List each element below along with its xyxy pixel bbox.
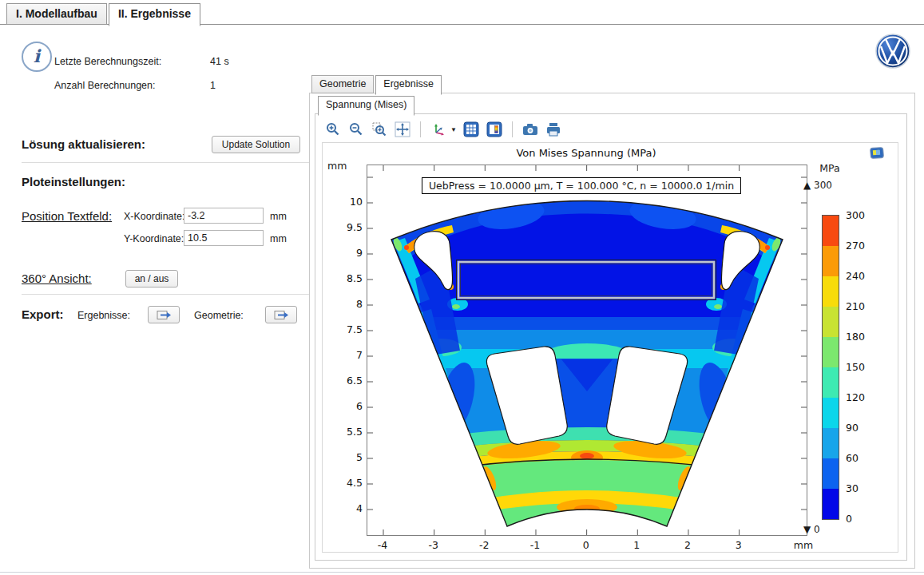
colorbar-segment: [823, 458, 839, 489]
fem-stress-plot: [367, 165, 807, 535]
x-coordinate-field[interactable]: [184, 208, 264, 224]
y-tick-label: 5.5: [331, 426, 363, 438]
export-icon: [274, 310, 289, 320]
colorbar-tick-label: 270: [846, 240, 865, 252]
magnet-region: [457, 260, 716, 300]
text-position-label: Position Textfeld:: [22, 209, 112, 223]
print-icon[interactable]: [545, 121, 562, 138]
x-tick-label: -1: [519, 539, 551, 551]
y-tick-label: 6: [331, 400, 363, 412]
default-view-dropdown-caret[interactable]: ▼: [450, 126, 457, 133]
zoom-in-icon[interactable]: [324, 121, 342, 138]
plot-canvas[interactable]: [367, 165, 807, 536]
window-bottom-edge: [0, 572, 924, 573]
colorbar-tick-label: 120: [846, 391, 865, 403]
y-tick-label: 4: [331, 502, 363, 514]
y-unit-label: mm: [270, 233, 287, 244]
colorbar-tick-label: 0: [846, 513, 852, 525]
x-tick-label: 1: [621, 539, 652, 551]
separator: [22, 294, 311, 295]
colorbar-tick-label: 150: [846, 361, 865, 373]
default-view-icon[interactable]: [430, 121, 447, 138]
colorbar-tick-label: 90: [846, 422, 859, 434]
x-tick-label: 0: [570, 539, 602, 551]
y-coordinate-label: Y-Koordinate:: [124, 233, 184, 244]
view-360-toggle-button[interactable]: an / aus: [125, 270, 178, 288]
y-tick-label: 6.5: [331, 375, 363, 387]
x-tick-label: -3: [418, 539, 450, 551]
y-tick-label: 8: [331, 298, 363, 310]
export-geometry-label: Geometrie:: [194, 310, 244, 321]
colorbar-segment: [823, 276, 839, 307]
y-tick-label: 9: [331, 247, 363, 259]
view-360-label: 360° Ansicht:: [22, 272, 92, 285]
grid-toggle-icon[interactable]: [462, 121, 480, 138]
export-geometry-button[interactable]: [265, 306, 297, 323]
vw-logo: [875, 34, 910, 72]
x-tick-label: 2: [672, 539, 704, 551]
y-tick-label: 9.5: [331, 221, 363, 233]
x-tick-label: -2: [468, 539, 500, 551]
graphics-tab-bar: GeometrieErgebnisse: [311, 75, 443, 95]
graphics-window[interactable]: Von Mises Spannung (MPa) mm mm: [322, 142, 898, 553]
tab-geometrie[interactable]: Geometrie: [311, 75, 374, 93]
tab-ergebnisse-view[interactable]: Ergebnisse: [375, 75, 442, 95]
colorbar-segment: [823, 307, 839, 337]
main-tab-bar: I. ModellaufbauII. Ergebnisse: [6, 3, 202, 25]
export-icon: [157, 310, 172, 320]
colorbar-segment: [823, 398, 839, 428]
x-axis-unit: mm: [787, 539, 819, 551]
plot-refresh-icon[interactable]: [869, 146, 885, 163]
y-axis-unit: mm: [327, 160, 347, 172]
y-tick-label: 7: [331, 349, 363, 361]
export-heading: Export:: [22, 307, 64, 321]
colorbar-unit: MPa: [811, 162, 848, 174]
colorbar-tick-label: 180: [846, 331, 865, 343]
last-computation-value: 41 s: [210, 56, 229, 67]
colorbar-tick-label: 240: [846, 270, 865, 282]
color-legend-toggle-icon[interactable]: [486, 121, 503, 138]
y-tick-label: 8.5: [331, 272, 363, 284]
graphics-toolbar: ▼: [324, 119, 562, 140]
zoom-box-icon[interactable]: [371, 121, 388, 138]
info-icon: i: [22, 42, 52, 72]
colorbar: [822, 215, 839, 520]
update-solution-button[interactable]: Update Solution: [212, 136, 300, 153]
colorbar-tick-label: 30: [846, 482, 859, 494]
toolbar-separator: [512, 121, 513, 137]
y-tick-label: 7.5: [331, 323, 363, 335]
colorbar-segment: [823, 367, 839, 398]
export-results-button[interactable]: [148, 306, 180, 323]
colorbar-max-marker: ▲ 300: [803, 180, 832, 191]
colorbar-segment: [823, 216, 839, 246]
separator: [22, 162, 311, 163]
computation-count-value: 1: [210, 80, 216, 91]
update-solution-heading: Lösung aktualisieren:: [22, 137, 145, 151]
colorbar-segment: [823, 489, 839, 519]
colorbar-tick-label: 210: [846, 300, 865, 312]
tab-ergebnisse[interactable]: II. Ergebnisse: [109, 3, 200, 26]
tab-modellaufbau[interactable]: I. Modellaufbau: [6, 3, 107, 25]
x-tick-label: -4: [367, 539, 399, 551]
y-tick-label: 10: [331, 196, 363, 208]
x-coordinate-label: X-Koordinate:: [124, 211, 184, 222]
plot-settings-heading: Ploteinstellungen:: [22, 175, 125, 188]
colorbar-segment: [823, 337, 839, 367]
colorbar-segment: [823, 428, 839, 458]
zoom-extents-icon[interactable]: [394, 121, 411, 138]
x-unit-label: mm: [270, 211, 287, 222]
colorbar-tick-label: 300: [846, 209, 865, 221]
zoom-out-icon[interactable]: [347, 121, 365, 138]
tab-spannung-mises[interactable]: Spannung (Mises): [318, 96, 414, 116]
y-tick-label: 4.5: [331, 477, 363, 489]
export-results-label: Ergebnisse:: [77, 310, 130, 321]
y-tick-label: 5: [331, 451, 363, 463]
snapshot-icon[interactable]: [521, 121, 539, 138]
y-coordinate-field[interactable]: [184, 230, 264, 246]
x-tick-label: 3: [723, 539, 755, 551]
toolbar-separator: [420, 121, 421, 137]
plot-title: Von Mises Spannung (MPa): [367, 147, 806, 159]
colorbar-segment: [823, 246, 839, 276]
computation-count-label: Anzahl Berechnungen:: [54, 80, 155, 91]
result-plot-tab-bar: Spannung (Mises): [318, 96, 416, 116]
